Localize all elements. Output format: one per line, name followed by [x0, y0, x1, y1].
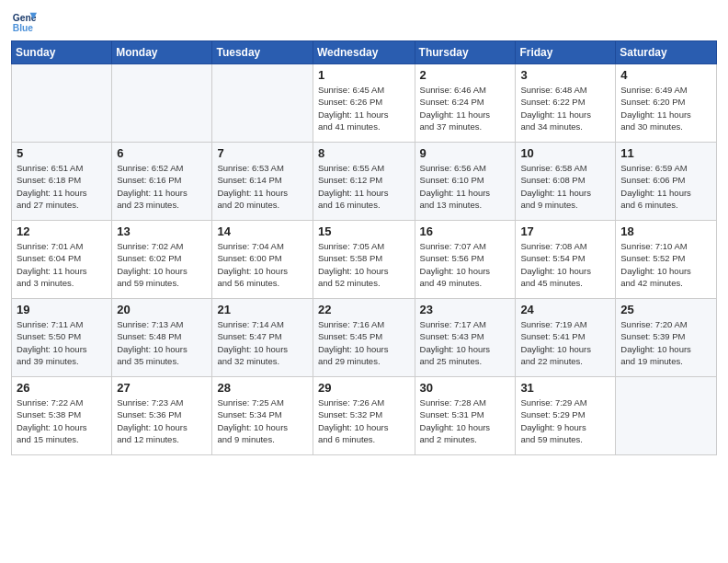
calendar-cell: [12, 64, 112, 143]
day-info: Sunrise: 7:13 AM Sunset: 5:48 PM Dayligh…: [117, 318, 207, 367]
calendar-cell: 13Sunrise: 7:02 AM Sunset: 6:02 PM Dayli…: [112, 221, 212, 299]
calendar-cell: [112, 64, 212, 143]
day-info: Sunrise: 6:53 AM Sunset: 6:14 PM Dayligh…: [217, 162, 307, 211]
calendar-container: General Blue SundayMondayTuesdayWednesda…: [0, 0, 728, 465]
day-info: Sunrise: 6:56 AM Sunset: 6:10 PM Dayligh…: [420, 162, 511, 211]
calendar-cell: 14Sunrise: 7:04 AM Sunset: 6:00 PM Dayli…: [212, 221, 313, 299]
day-number: 5: [17, 146, 107, 160]
day-number: 6: [117, 146, 207, 160]
day-number: 3: [520, 68, 610, 82]
day-number: 25: [620, 303, 711, 316]
day-info: Sunrise: 6:48 AM Sunset: 6:22 PM Dayligh…: [520, 84, 610, 132]
calendar-cell: 25Sunrise: 7:20 AM Sunset: 5:39 PM Dayli…: [616, 299, 717, 377]
calendar-cell: 8Sunrise: 6:55 AM Sunset: 6:12 PM Daylig…: [313, 143, 415, 221]
day-info: Sunrise: 7:29 AM Sunset: 5:29 PM Dayligh…: [520, 396, 610, 445]
day-info: Sunrise: 7:11 AM Sunset: 5:50 PM Dayligh…: [17, 318, 107, 367]
weekday-header-friday: Friday: [516, 41, 616, 64]
day-number: 11: [620, 146, 711, 160]
day-info: Sunrise: 7:17 AM Sunset: 5:43 PM Dayligh…: [420, 318, 511, 367]
day-info: Sunrise: 6:45 AM Sunset: 6:26 PM Dayligh…: [318, 84, 410, 132]
day-number: 27: [117, 381, 207, 395]
calendar-cell: 31Sunrise: 7:29 AM Sunset: 5:29 PM Dayli…: [516, 377, 616, 455]
day-info: Sunrise: 6:49 AM Sunset: 6:20 PM Dayligh…: [620, 84, 711, 132]
calendar-cell: 26Sunrise: 7:22 AM Sunset: 5:38 PM Dayli…: [12, 377, 112, 455]
calendar-cell: 15Sunrise: 7:05 AM Sunset: 5:58 PM Dayli…: [313, 221, 415, 299]
day-number: 7: [217, 146, 307, 160]
calendar-cell: 11Sunrise: 6:59 AM Sunset: 6:06 PM Dayli…: [616, 143, 717, 221]
calendar-cell: 23Sunrise: 7:17 AM Sunset: 5:43 PM Dayli…: [415, 299, 516, 377]
day-info: Sunrise: 7:23 AM Sunset: 5:36 PM Dayligh…: [117, 396, 207, 445]
calendar-cell: [616, 377, 717, 455]
day-number: 24: [520, 303, 610, 316]
day-number: 13: [117, 224, 207, 238]
logo-icon: General Blue: [11, 9, 37, 35]
day-number: 18: [620, 224, 711, 238]
day-number: 29: [318, 381, 410, 395]
week-row-5: 26Sunrise: 7:22 AM Sunset: 5:38 PM Dayli…: [12, 377, 717, 455]
day-number: 26: [17, 381, 107, 395]
week-row-4: 19Sunrise: 7:11 AM Sunset: 5:50 PM Dayli…: [12, 299, 717, 377]
day-number: 8: [318, 146, 410, 160]
day-info: Sunrise: 6:55 AM Sunset: 6:12 PM Dayligh…: [318, 162, 410, 211]
day-info: Sunrise: 7:22 AM Sunset: 5:38 PM Dayligh…: [17, 396, 107, 445]
calendar-cell: 10Sunrise: 6:58 AM Sunset: 6:08 PM Dayli…: [516, 143, 616, 221]
day-info: Sunrise: 7:10 AM Sunset: 5:52 PM Dayligh…: [620, 240, 711, 289]
day-number: 16: [420, 224, 511, 238]
calendar-cell: 24Sunrise: 7:19 AM Sunset: 5:41 PM Dayli…: [516, 299, 616, 377]
weekday-header-sunday: Sunday: [12, 41, 112, 64]
day-number: 17: [520, 224, 610, 238]
week-row-2: 5Sunrise: 6:51 AM Sunset: 6:18 PM Daylig…: [12, 143, 717, 221]
day-info: Sunrise: 6:59 AM Sunset: 6:06 PM Dayligh…: [620, 162, 711, 211]
calendar-cell: 20Sunrise: 7:13 AM Sunset: 5:48 PM Dayli…: [112, 299, 212, 377]
day-info: Sunrise: 6:46 AM Sunset: 6:24 PM Dayligh…: [420, 84, 511, 132]
day-info: Sunrise: 7:19 AM Sunset: 5:41 PM Dayligh…: [520, 318, 610, 367]
weekday-header-thursday: Thursday: [415, 41, 516, 64]
day-info: Sunrise: 7:20 AM Sunset: 5:39 PM Dayligh…: [620, 318, 711, 367]
day-number: 20: [117, 303, 207, 316]
day-info: Sunrise: 7:26 AM Sunset: 5:32 PM Dayligh…: [318, 396, 410, 445]
calendar-cell: 2Sunrise: 6:46 AM Sunset: 6:24 PM Daylig…: [415, 64, 516, 143]
day-info: Sunrise: 7:04 AM Sunset: 6:00 PM Dayligh…: [217, 240, 307, 289]
day-info: Sunrise: 7:07 AM Sunset: 5:56 PM Dayligh…: [420, 240, 511, 289]
day-number: 23: [420, 303, 511, 316]
day-number: 30: [420, 381, 511, 395]
day-info: Sunrise: 6:58 AM Sunset: 6:08 PM Dayligh…: [520, 162, 610, 211]
calendar-cell: 12Sunrise: 7:01 AM Sunset: 6:04 PM Dayli…: [12, 221, 112, 299]
calendar-cell: [212, 64, 313, 143]
calendar-cell: 17Sunrise: 7:08 AM Sunset: 5:54 PM Dayli…: [516, 221, 616, 299]
calendar-cell: 18Sunrise: 7:10 AM Sunset: 5:52 PM Dayli…: [616, 221, 717, 299]
calendar-cell: 3Sunrise: 6:48 AM Sunset: 6:22 PM Daylig…: [516, 64, 616, 143]
day-info: Sunrise: 7:14 AM Sunset: 5:47 PM Dayligh…: [217, 318, 307, 367]
weekday-header-wednesday: Wednesday: [313, 41, 415, 64]
calendar-cell: 29Sunrise: 7:26 AM Sunset: 5:32 PM Dayli…: [313, 377, 415, 455]
day-number: 21: [217, 303, 307, 316]
header-row: General Blue: [11, 9, 717, 35]
day-number: 12: [17, 224, 107, 238]
calendar-cell: 5Sunrise: 6:51 AM Sunset: 6:18 PM Daylig…: [12, 143, 112, 221]
day-number: 4: [620, 68, 711, 82]
day-number: 9: [420, 146, 511, 160]
day-number: 14: [217, 224, 307, 238]
day-number: 2: [420, 68, 511, 82]
day-info: Sunrise: 7:16 AM Sunset: 5:45 PM Dayligh…: [318, 318, 410, 367]
day-info: Sunrise: 7:02 AM Sunset: 6:02 PM Dayligh…: [117, 240, 207, 289]
day-number: 1: [318, 68, 410, 82]
day-number: 10: [520, 146, 610, 160]
day-number: 22: [318, 303, 410, 316]
calendar-cell: 28Sunrise: 7:25 AM Sunset: 5:34 PM Dayli…: [212, 377, 313, 455]
logo: General Blue: [11, 9, 40, 35]
day-info: Sunrise: 7:28 AM Sunset: 5:31 PM Dayligh…: [420, 396, 511, 445]
weekday-header-tuesday: Tuesday: [212, 41, 313, 64]
day-number: 31: [520, 381, 610, 395]
calendar-cell: 30Sunrise: 7:28 AM Sunset: 5:31 PM Dayli…: [415, 377, 516, 455]
calendar-cell: 19Sunrise: 7:11 AM Sunset: 5:50 PM Dayli…: [12, 299, 112, 377]
calendar-cell: 7Sunrise: 6:53 AM Sunset: 6:14 PM Daylig…: [212, 143, 313, 221]
calendar-cell: 22Sunrise: 7:16 AM Sunset: 5:45 PM Dayli…: [313, 299, 415, 377]
day-number: 15: [318, 224, 410, 238]
calendar-cell: 21Sunrise: 7:14 AM Sunset: 5:47 PM Dayli…: [212, 299, 313, 377]
calendar-cell: 16Sunrise: 7:07 AM Sunset: 5:56 PM Dayli…: [415, 221, 516, 299]
calendar-cell: 9Sunrise: 6:56 AM Sunset: 6:10 PM Daylig…: [415, 143, 516, 221]
day-info: Sunrise: 7:25 AM Sunset: 5:34 PM Dayligh…: [217, 396, 307, 445]
day-number: 28: [217, 381, 307, 395]
calendar-cell: 27Sunrise: 7:23 AM Sunset: 5:36 PM Dayli…: [112, 377, 212, 455]
